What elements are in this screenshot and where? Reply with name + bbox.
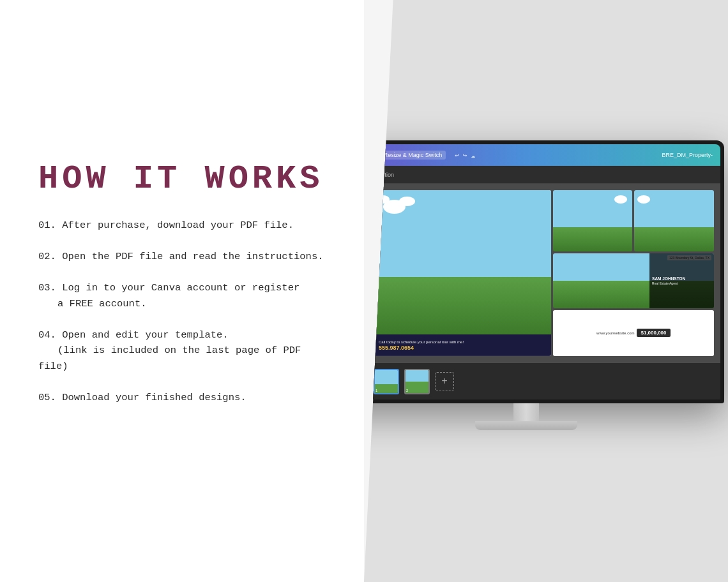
thumb-1-preview	[375, 369, 398, 392]
step-3: 03. Log in to your Canva account or regi…	[38, 280, 329, 312]
call-text: Call today to schedule your personal tou…	[379, 340, 464, 344]
mini-cloud-2	[637, 195, 650, 204]
design-price-card: www.yourwebsite.com $1,000,000	[553, 310, 714, 356]
phone-number: 555.987.0654	[379, 345, 546, 351]
step-5: 05. Download your finished designs.	[38, 390, 329, 406]
agent-website: www.yourwebsite.com	[596, 331, 634, 335]
step-5-number: 05.	[38, 392, 56, 403]
canva-topbar: File ✦ Resize & Magic Switch ↩ ↪ ☁ BRE_D…	[332, 144, 720, 166]
step-1-text: After purchase, download your PDF file.	[62, 220, 294, 231]
redo-icon[interactable]: ↪	[463, 151, 467, 159]
step-4-line2: (link is included on the last page of PD…	[38, 345, 301, 372]
add-page-button[interactable]: +	[435, 371, 454, 391]
cloud-decoration-3	[377, 195, 390, 204]
step-5-text: Download your finished designs.	[62, 392, 246, 403]
design-preview: Call today to schedule your personal tou…	[374, 190, 714, 356]
monitor-stand	[328, 403, 724, 430]
design-top-row	[553, 190, 714, 251]
step-3-number: 03.	[38, 282, 56, 294]
filename-label: BRE_DM_Property-	[662, 152, 713, 158]
thumbnail-1[interactable]: 1	[374, 368, 399, 394]
design-right-column: 123 Boundary St, Dallas, TX SAM JOHNSTON…	[553, 190, 714, 356]
monitor-mockup: File ✦ Resize & Magic Switch ↩ ↪ ☁ BRE_D…	[328, 140, 724, 430]
step-2: 02. Open the PDF file and read the instr…	[38, 249, 329, 265]
undo-icon[interactable]: ↩	[455, 151, 459, 159]
canva-canvas: Call today to schedule your personal tou…	[367, 184, 720, 362]
mini-card-1	[553, 190, 633, 251]
thumb-1-number: 1	[375, 388, 377, 392]
canva-content: Position	[367, 166, 720, 399]
agent-title: Real Estate Agent	[652, 281, 711, 286]
thumb-2-number: 2	[406, 388, 408, 392]
canva-ui: File ✦ Resize & Magic Switch ↩ ↪ ☁ BRE_D…	[332, 144, 720, 399]
step-4: 04. Open and edit your template. (link i…	[38, 327, 329, 375]
steps-list: 01. After purchase, download your PDF fi…	[38, 218, 329, 421]
screen-inner: File ✦ Resize & Magic Switch ↩ ↪ ☁ BRE_D…	[332, 144, 720, 399]
mini-cloud-1	[614, 195, 627, 204]
canva-thumbnails: 1 2 +	[367, 362, 720, 399]
stand-base	[475, 421, 577, 430]
design-mid-card: 123 Boundary St, Dallas, TX SAM JOHNSTON…	[553, 253, 714, 308]
topbar-actions: ↩ ↪ ☁	[455, 151, 475, 159]
design-card-image-top	[374, 190, 551, 334]
step-2-text: Open the PDF file and read the instructi…	[62, 251, 323, 262]
magic-switch-button[interactable]: ✦ Resize & Magic Switch	[373, 151, 446, 160]
left-panel: HOW IT WORKS 01. After purchase, downloa…	[0, 0, 364, 582]
thumb-2-preview	[406, 369, 428, 392]
step-2-number: 02.	[38, 251, 56, 262]
agent-panel: SAM JOHNSTON Real Estate Agent	[649, 253, 714, 308]
cloud-icon: ☁	[471, 151, 475, 159]
price-tag: $1,000,000	[637, 329, 670, 337]
call-to-action-text: Call today to schedule your personal tou…	[379, 340, 546, 345]
right-panel: File ✦ Resize & Magic Switch ↩ ↪ ☁ BRE_D…	[364, 0, 728, 582]
design-card-left: Call today to schedule your personal tou…	[374, 190, 551, 356]
agent-name: SAM JOHNSTON	[652, 276, 711, 281]
design-card-info: Call today to schedule your personal tou…	[374, 334, 551, 356]
mini-card-2	[634, 190, 714, 251]
canva-toolbar: Position	[367, 166, 720, 184]
monitor-screen: File ✦ Resize & Magic Switch ↩ ↪ ☁ BRE_D…	[328, 140, 724, 403]
thumbnail-2[interactable]: 2	[404, 368, 430, 394]
stand-neck	[513, 403, 539, 421]
step-1-number: 01.	[38, 220, 56, 231]
toolbar-position-label: Position	[374, 171, 394, 177]
step-3-line1: Log in to your Canva account or register	[62, 282, 300, 294]
step-1: 01. After purchase, download your PDF fi…	[38, 218, 329, 234]
cloud-decoration-2	[399, 197, 415, 206]
step-4-number: 04.	[38, 329, 56, 341]
step-4-line1: Open and edit your template.	[62, 329, 228, 341]
page-title: HOW IT WORKS	[38, 161, 329, 197]
step-3-line2: a FREE account.	[38, 298, 147, 310]
canva-main: ✦ Design ⊞ Elements T Text	[332, 166, 720, 399]
